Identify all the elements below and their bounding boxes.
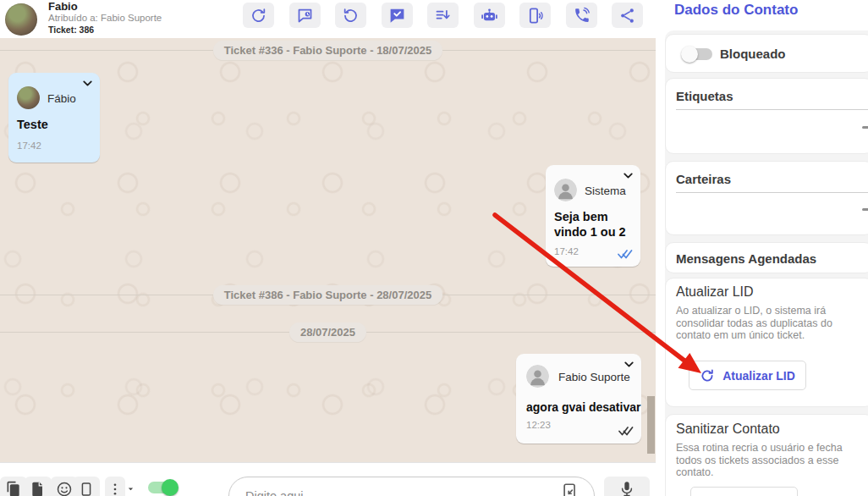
transfer-ticket-button[interactable] bbox=[427, 3, 459, 28]
dropdown-caret-icon[interactable] bbox=[125, 483, 136, 494]
ticket-number: Ticket: 386 bbox=[48, 25, 94, 35]
messages-area[interactable]: Ticket #336 - Fabio Suporte - 18/07/2025… bbox=[0, 38, 656, 462]
assigned-to-text: Atribuído a: Fabio Suporte bbox=[48, 13, 162, 23]
message-time: 17:42 bbox=[554, 246, 579, 256]
composer bbox=[0, 462, 656, 496]
message-menu-chevron-icon[interactable] bbox=[621, 168, 635, 183]
message-bubble-incoming[interactable]: Fábio Teste 17:42 bbox=[8, 73, 100, 163]
share-button[interactable] bbox=[612, 3, 643, 28]
update-lid-button-label: Atualizar LID bbox=[722, 369, 795, 383]
sender-name: Sistema bbox=[585, 185, 626, 197]
message-text: Seja bem vindo 1 ou 2 bbox=[554, 209, 634, 240]
chat-check-icon bbox=[388, 7, 406, 25]
ticket-divider-pill: Ticket #336 - Fabio Suporte - 18/07/2025 bbox=[213, 41, 442, 60]
history-icon bbox=[342, 7, 360, 25]
phonelink-ring-icon bbox=[526, 7, 544, 25]
update-lid-description: Ao atualizar o LID, o sistema irá consol… bbox=[676, 305, 867, 342]
emoji-icon bbox=[56, 481, 73, 496]
sender-name: Fabio Suporte bbox=[558, 371, 630, 383]
wallets-input-underline[interactable] bbox=[676, 192, 868, 193]
toggle-knob bbox=[681, 46, 698, 63]
robot-icon bbox=[481, 7, 498, 25]
read-double-check-icon bbox=[618, 249, 634, 259]
phone-ring-button[interactable] bbox=[519, 3, 551, 28]
scheduled-messages-icon bbox=[296, 7, 314, 25]
attach-file-button[interactable] bbox=[25, 477, 52, 496]
wallets-card: Carteiras bbox=[665, 161, 868, 235]
refresh-button[interactable] bbox=[243, 3, 274, 28]
file-copy-icon bbox=[5, 481, 22, 496]
toggle-knob bbox=[162, 479, 179, 496]
date-divider-pill: 28/07/2025 bbox=[289, 322, 366, 342]
tags-header: Etiquetas bbox=[676, 89, 733, 103]
sender-name: Fábio bbox=[47, 92, 76, 105]
microphone-icon bbox=[618, 481, 635, 496]
message-time: 17:42 bbox=[17, 141, 41, 151]
chatbot-button[interactable] bbox=[474, 3, 505, 28]
message-bubble-outgoing[interactable]: Sistema Seja bem vindo 1 ou 2 17:42 bbox=[546, 165, 640, 267]
delivered-double-check-icon bbox=[618, 426, 635, 436]
refresh-icon bbox=[250, 7, 267, 25]
tags-select-dash[interactable] bbox=[862, 126, 868, 129]
chat-scrollbar-thumb[interactable] bbox=[647, 396, 655, 454]
blocked-label: Bloqueado bbox=[720, 47, 786, 61]
message-time: 12:23 bbox=[526, 420, 551, 430]
ticket-divider-336: Ticket #336 - Fabio Suporte - 18/07/2025 bbox=[0, 41, 656, 60]
sender-avatar-placeholder bbox=[526, 365, 549, 388]
sidebar-title: Dados do Contato bbox=[674, 2, 798, 19]
quoted-message-button[interactable] bbox=[0, 477, 27, 496]
update-lid-button[interactable]: Atualizar LID bbox=[689, 361, 806, 390]
call-button[interactable] bbox=[566, 3, 597, 28]
contact-name[interactable]: Fabio bbox=[48, 0, 78, 13]
signature-toggle[interactable] bbox=[146, 478, 179, 496]
message-text: agora gvai desativar bbox=[526, 400, 640, 415]
record-audio-button[interactable] bbox=[604, 477, 650, 496]
history-button[interactable] bbox=[335, 3, 366, 28]
ticket-divider-386: Ticket #386 - Fabio Suporte - 28/07/2025 bbox=[0, 285, 656, 305]
canned-response-button[interactable] bbox=[73, 477, 100, 496]
sanitize-contact-button[interactable] bbox=[690, 487, 798, 496]
blocked-toggle[interactable] bbox=[681, 45, 715, 63]
message-input[interactable] bbox=[228, 477, 595, 496]
transfer-list-icon bbox=[434, 7, 452, 25]
scheduled-messages-card[interactable]: Mensagens Agendadas bbox=[665, 242, 868, 273]
tags-input-underline[interactable] bbox=[676, 109, 868, 110]
sanitize-contact-card: Sanitizar Contato Essa rotina recria o u… bbox=[665, 414, 868, 496]
contact-avatar[interactable] bbox=[5, 3, 37, 36]
resolve-ticket-button[interactable] bbox=[382, 3, 413, 28]
chat-header: Fabio Atribuído a: Fabio Suporte Ticket:… bbox=[0, 0, 656, 38]
message-menu-chevron-icon[interactable] bbox=[622, 357, 636, 372]
ticket-toolbar bbox=[243, 3, 643, 28]
wallets-header: Carteiras bbox=[676, 172, 731, 186]
message-bubble-outgoing[interactable]: Fabio Suporte agora gvai desativar 12:23 bbox=[516, 354, 641, 444]
message-menu-chevron-icon[interactable] bbox=[80, 76, 95, 91]
contact-details-sidebar: Dados do Contato Bloqueado Etiquetas Car… bbox=[656, 0, 868, 496]
sanitize-title: Sanitizar Contato bbox=[676, 422, 780, 437]
sender-avatar-placeholder bbox=[554, 179, 577, 201]
more-options-button[interactable] bbox=[105, 477, 125, 496]
update-lid-title: Atualizar LID bbox=[676, 284, 754, 300]
ticket-divider-pill: Ticket #386 - Fabio Suporte - 28/07/2025 bbox=[213, 285, 442, 305]
app: Fabio Atribuído a: Fabio Suporte Ticket:… bbox=[0, 0, 868, 496]
sanitize-description: Essa rotina recria o usuário e fecha tod… bbox=[676, 442, 867, 479]
vertical-dots-icon bbox=[107, 482, 123, 496]
portrait-frame-icon bbox=[78, 481, 95, 496]
sender-avatar bbox=[17, 86, 40, 109]
refresh-icon bbox=[700, 368, 715, 383]
quick-messages-icon[interactable] bbox=[561, 482, 580, 496]
wallets-select-dash[interactable] bbox=[862, 208, 868, 211]
tags-card: Etiquetas bbox=[665, 78, 868, 154]
document-icon bbox=[30, 481, 47, 496]
call-waves-icon bbox=[573, 7, 591, 25]
scheduled-messages-button[interactable] bbox=[289, 3, 321, 28]
blocked-card: Bloqueado bbox=[665, 34, 868, 73]
share-icon bbox=[618, 7, 636, 25]
message-text: Teste bbox=[17, 117, 48, 132]
date-divider: 28/07/2025 bbox=[0, 322, 656, 342]
scheduled-messages-header: Mensagens Agendadas bbox=[676, 251, 816, 266]
update-lid-card: Atualizar LID Ao atualizar o LID, o sist… bbox=[665, 278, 868, 407]
